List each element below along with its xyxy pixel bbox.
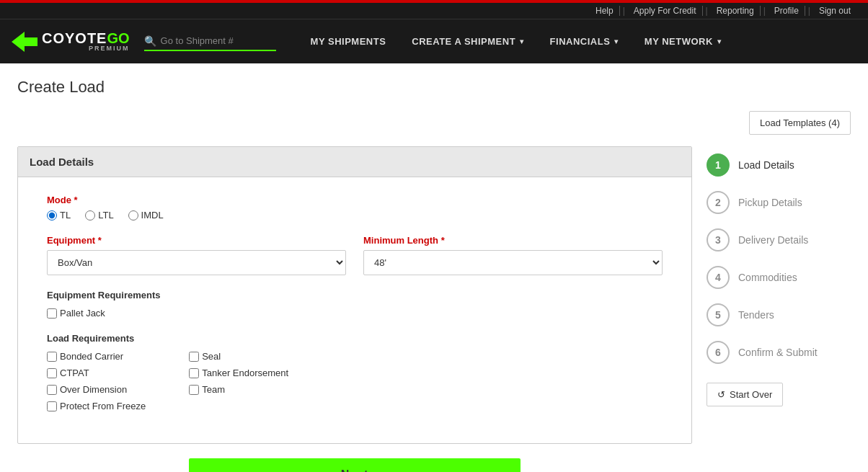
step-1-label: Load Details: [738, 159, 794, 171]
step-2-item[interactable]: 2 Pickup Details: [707, 184, 851, 221]
nav-my-shipments[interactable]: MY SHIPMENTS: [298, 22, 399, 61]
load-details-header: Load Details: [18, 147, 691, 177]
tanker-endorsement-checkbox[interactable]: [189, 368, 199, 378]
mode-group: Mode * TL LTL: [47, 195, 663, 221]
step-5-item[interactable]: 5 Tenders: [707, 296, 851, 334]
reporting-link[interactable]: Reporting: [711, 6, 761, 16]
sign-out-link[interactable]: Sign out: [813, 6, 856, 16]
equip-req-title: Equipment Requirements: [47, 290, 663, 300]
mode-ltl-option[interactable]: LTL: [85, 210, 113, 221]
logo-go-text: GO: [107, 30, 129, 46]
toolbar-right: Load Templates (4): [17, 111, 851, 135]
step-2-label: Pickup Details: [738, 197, 802, 208]
protect-freeze-option[interactable]: Protect From Freeze: [47, 401, 146, 411]
load-req-right-col: Seal Tanker Endorsement Team: [189, 351, 288, 411]
logo-icon: [12, 32, 37, 52]
bonded-carrier-option[interactable]: Bonded Carrier: [47, 351, 146, 362]
load-req-group: Load Requirements Bonded Carrier CTPAT: [47, 333, 663, 411]
equipment-row: Equipment * Box/Van Flatbed Reefer Step …: [47, 235, 663, 275]
profile-link[interactable]: Profile: [769, 6, 805, 16]
mode-imdl-radio[interactable]: [128, 210, 138, 221]
step-3-circle: 3: [707, 228, 730, 251]
page-content: Create Load Load Templates (4) Load Deta…: [0, 63, 868, 472]
team-option[interactable]: Team: [189, 384, 288, 395]
step-6-label: Confirm & Submit: [738, 347, 818, 358]
bonded-carrier-checkbox[interactable]: [47, 352, 57, 362]
team-checkbox[interactable]: [189, 385, 199, 395]
search-input[interactable]: [161, 35, 276, 46]
mode-tl-option[interactable]: TL: [47, 210, 71, 221]
step-3-label: Delivery Details: [738, 234, 808, 246]
nav-my-network[interactable]: MY NETWORK ▾: [632, 22, 735, 61]
step-1-item[interactable]: 1 Load Details: [707, 146, 851, 184]
step-6-item[interactable]: 6 Confirm & Submit: [707, 334, 851, 371]
ctpat-option[interactable]: CTPAT: [47, 368, 146, 378]
equipment-col: Equipment * Box/Van Flatbed Reefer Step …: [47, 235, 346, 275]
stepper-sidebar: 1 Load Details 2 Pickup Details 3 Delive…: [707, 146, 851, 472]
logo-premium-text: PREMIUM: [42, 45, 130, 52]
mode-imdl-option[interactable]: IMDL: [128, 210, 164, 221]
form-panel: Load Details Mode * TL: [17, 146, 692, 472]
over-dimension-checkbox[interactable]: [47, 385, 57, 395]
load-details-box: Load Details Mode * TL: [17, 146, 692, 444]
help-link[interactable]: Help: [590, 6, 620, 16]
seal-checkbox[interactable]: [189, 352, 199, 362]
mode-tl-radio[interactable]: [47, 210, 57, 221]
my-network-caret: ▾: [717, 37, 722, 45]
mode-radio-group: TL LTL IMDL: [47, 210, 663, 221]
mode-ltl-radio[interactable]: [85, 210, 95, 221]
logo-coyote-text: COYOTE: [42, 30, 107, 46]
financials-caret: ▾: [614, 37, 619, 45]
over-dimension-option[interactable]: Over Dimension: [47, 384, 146, 395]
nav-links: MY SHIPMENTS CREATE A SHIPMENT ▾ FINANCI…: [298, 22, 856, 61]
next-button[interactable]: Next: [189, 458, 521, 472]
step-4-label: Commodities: [738, 272, 797, 283]
step-4-circle: 4: [707, 266, 730, 289]
search-icon: 🔍: [144, 35, 156, 47]
load-req-title: Load Requirements: [47, 333, 663, 344]
equipment-select[interactable]: Box/Van Flatbed Reefer Step Deck Other: [47, 250, 346, 275]
load-req-checkboxes: Bonded Carrier CTPAT Over Dimension: [47, 351, 663, 411]
min-length-label: Minimum Length *: [363, 235, 663, 246]
min-length-select[interactable]: 48' 53' 40' 45': [363, 250, 663, 275]
next-btn-area: Next: [17, 458, 692, 472]
protect-freeze-checkbox[interactable]: [47, 401, 57, 411]
step-1-circle: 1: [707, 153, 730, 177]
equip-req-checkboxes: Pallet Jack: [47, 308, 663, 319]
main-nav: COYOTEGO PREMIUM 🔍 MY SHIPMENTS CREATE A…: [0, 19, 868, 63]
nav-create-shipment[interactable]: CREATE A SHIPMENT ▾: [399, 22, 536, 61]
mode-label: Mode *: [47, 195, 663, 205]
utility-bar: Help | Apply For Credit | Reporting | Pr…: [0, 3, 868, 19]
seal-option[interactable]: Seal: [189, 351, 288, 362]
step-5-label: Tenders: [738, 309, 774, 321]
step-3-item[interactable]: 3 Delivery Details: [707, 221, 851, 259]
min-length-col: Minimum Length * 48' 53' 40' 45': [363, 235, 663, 275]
pallet-jack-option[interactable]: Pallet Jack: [47, 308, 663, 319]
ctpat-checkbox[interactable]: [47, 368, 57, 378]
equip-req-group: Equipment Requirements Pallet Jack: [47, 290, 663, 319]
page-title: Create Load: [17, 78, 851, 97]
load-req-left-col: Bonded Carrier CTPAT Over Dimension: [47, 351, 146, 411]
load-details-body: Mode * TL LTL: [18, 177, 691, 443]
tanker-endorsement-option[interactable]: Tanker Endorsement: [189, 368, 288, 378]
equipment-label: Equipment *: [47, 235, 346, 246]
logo[interactable]: COYOTEGO PREMIUM: [12, 31, 130, 52]
apply-credit-link[interactable]: Apply For Credit: [628, 6, 703, 16]
nav-financials[interactable]: FINANCIALS ▾: [537, 22, 632, 61]
pallet-jack-checkbox[interactable]: [47, 308, 57, 319]
step-6-circle: 6: [707, 341, 730, 364]
create-shipment-caret: ▾: [520, 37, 524, 45]
main-layout: Load Details Mode * TL: [17, 146, 851, 472]
search-area[interactable]: 🔍: [144, 32, 276, 51]
refresh-icon: ↺: [717, 389, 725, 400]
svg-marker-0: [12, 32, 37, 52]
start-over-button[interactable]: ↺ Start Over: [707, 383, 783, 406]
step-5-circle: 5: [707, 303, 730, 326]
load-templates-button[interactable]: Load Templates (4): [749, 111, 851, 135]
step-4-item[interactable]: 4 Commodities: [707, 259, 851, 296]
step-2-circle: 2: [707, 191, 730, 214]
